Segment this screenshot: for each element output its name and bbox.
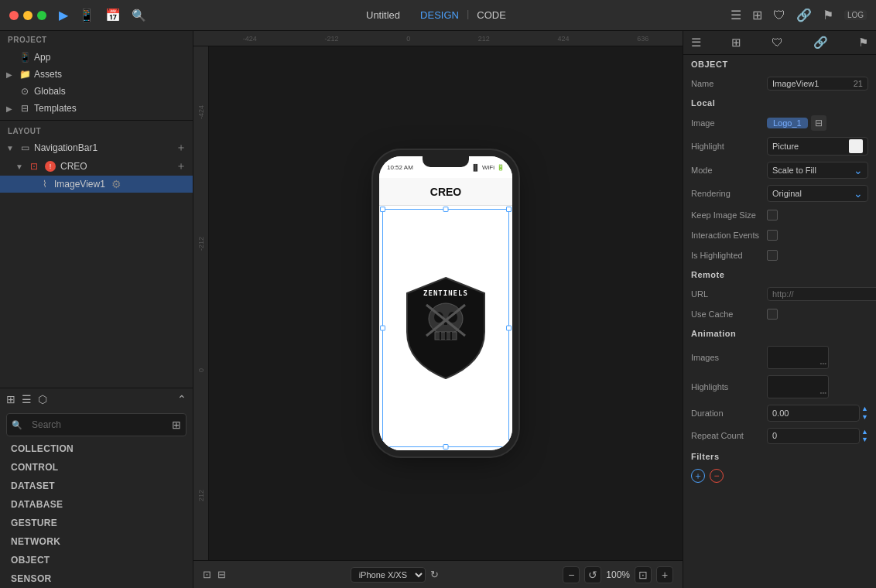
frame-icon[interactable]: ⊞	[752, 8, 762, 22]
stepper-down[interactable]: ▼	[861, 413, 868, 422]
navbar-label: NavigationBar1	[34, 142, 98, 153]
templates-icon: ⊟	[19, 102, 31, 115]
interaction-checkbox[interactable]	[767, 230, 778, 241]
cube-icon[interactable]: ⬡	[38, 393, 47, 405]
frame-resize-icon[interactable]: ⊡	[203, 569, 211, 580]
collapse-icon[interactable]: ⌃	[177, 393, 186, 405]
resize-icon[interactable]: ⊞	[731, 36, 741, 50]
layout-icon[interactable]: ⊞	[6, 393, 15, 405]
list-icon[interactable]: ☰	[731, 8, 741, 22]
highlights-thumbnail[interactable]: •••	[767, 375, 829, 398]
url-input[interactable]	[767, 287, 876, 301]
link-icon[interactable]: 🔗	[796, 8, 812, 22]
category-object[interactable]: OBJECT	[0, 551, 193, 569]
battery-icon: 🔋	[497, 164, 505, 171]
rendering-select[interactable]: Original ⌄	[767, 185, 868, 202]
highlighted-checkbox[interactable]	[767, 250, 778, 261]
image-label: Image	[691, 118, 761, 128]
sidebar-item-imageview1[interactable]: ⌇ ImageView1 ⚙	[0, 176, 193, 193]
close-button[interactable]	[9, 11, 19, 20]
category-control[interactable]: CONTROL	[0, 458, 193, 477]
flag-icon[interactable]: ⚑	[823, 8, 833, 22]
canvas-main[interactable]: 10:52 AM ▐▌ WiFi 🔋 CREO	[209, 46, 683, 560]
log-icon[interactable]: LOG	[844, 10, 867, 20]
add-filter-button[interactable]: ＋	[691, 469, 705, 483]
shield-icon[interactable]: 🛡	[773, 9, 785, 22]
svg-text:ZENTINELS: ZENTINELS	[423, 289, 468, 297]
highlight-select[interactable]: Picture	[767, 137, 868, 156]
ruler-mark: 636	[637, 35, 648, 43]
phone-image-area[interactable]: ZENTINELS	[382, 209, 509, 447]
stepper-up[interactable]: ▲	[861, 428, 868, 436]
flag-icon2[interactable]: ⚑	[858, 36, 868, 50]
highlights-row: Highlights •••	[683, 372, 876, 402]
shield-icon2[interactable]: 🛡	[772, 36, 783, 50]
category-collection[interactable]: COLLECTION	[0, 439, 193, 458]
app-icon: 📱	[19, 51, 31, 63]
category-sensor[interactable]: SENSOR	[0, 569, 193, 588]
project-section-header: PROJECT	[0, 31, 193, 49]
repeat-field[interactable]: 0	[767, 428, 860, 445]
link-icon2[interactable]: 🔗	[813, 36, 828, 50]
sidebar-item-app[interactable]: 📱 App	[0, 49, 193, 66]
image-picker-button[interactable]: ⊟	[811, 115, 826, 131]
local-section-title: Local	[683, 94, 876, 112]
sidebar-item-templates[interactable]: ▶ ⊟ Templates	[0, 100, 193, 117]
category-database[interactable]: DATABASE	[0, 495, 193, 514]
minimize-button[interactable]	[23, 11, 33, 20]
image-chip[interactable]: Logo_1	[767, 118, 808, 128]
rendering-label: Rendering	[691, 189, 761, 198]
duration-field[interactable]: 0.00	[767, 405, 860, 422]
images-thumbnail[interactable]: •••	[767, 346, 829, 369]
code-tab[interactable]: CODE	[472, 8, 511, 22]
ruler-mark: 424	[557, 35, 569, 43]
use-cache-checkbox[interactable]	[767, 309, 778, 320]
sidebar-item-assets[interactable]: ▶ 📁 Assets	[0, 66, 193, 83]
stepper-down[interactable]: ▼	[861, 436, 868, 444]
stepper-up[interactable]: ▲	[861, 405, 868, 413]
screenshot-icon[interactable]: ⊟	[217, 569, 226, 580]
grid-icon[interactable]: ⊞	[172, 419, 181, 431]
arrow-icon: ▶	[6, 70, 15, 79]
run-icon[interactable]: ▶	[59, 8, 68, 22]
sidebar-item-creo[interactable]: ▼ ⊡ ! CREO ＋	[0, 157, 193, 176]
image-chip-row: Logo_1 ⊟	[767, 115, 826, 131]
rotate-icon[interactable]: ↻	[430, 569, 439, 580]
category-dataset[interactable]: DATASET	[0, 477, 193, 495]
settings-button[interactable]: ⚙	[111, 178, 121, 190]
highlight-val: Picture	[772, 142, 799, 151]
mode-select[interactable]: Scale to Fill ⌄	[767, 162, 868, 179]
design-tab[interactable]: DESIGN	[416, 8, 464, 22]
use-cache-row: Use Cache	[683, 304, 876, 324]
add-button[interactable]: ＋	[176, 141, 186, 155]
name-value-text: ImageView1	[772, 79, 819, 88]
animation-section-title: Animation	[683, 324, 876, 343]
titlebar-icons: ☰ ⊞ 🛡 🔗 ⚑ LOG	[731, 8, 867, 22]
list-icon[interactable]: ☰	[22, 393, 32, 405]
ruler-mark: -212	[324, 35, 338, 43]
add-button[interactable]: ＋	[176, 159, 186, 173]
duration-stepper: ▲ ▼	[861, 405, 868, 422]
category-gesture[interactable]: GESTURE	[0, 514, 193, 532]
search-input[interactable]	[26, 416, 172, 433]
sidebar-item-navbar1[interactable]: ▼ ▭ NavigationBar1 ＋	[0, 138, 193, 157]
category-list: COLLECTION CONTROL DATASET DATABASE GEST…	[0, 439, 193, 588]
name-value[interactable]: ImageView1 21	[767, 77, 868, 91]
zoom-plus[interactable]: +	[656, 566, 673, 583]
device-icon[interactable]: 📱	[79, 8, 94, 22]
repeat-label: Repeat Count	[691, 431, 761, 440]
zoom-minus[interactable]: −	[563, 566, 580, 583]
zoom-fit-icon[interactable]: ⊡	[635, 566, 652, 583]
search-icon[interactable]: 🔍	[132, 9, 146, 22]
maximize-button[interactable]	[37, 11, 46, 20]
category-network[interactable]: NETWORK	[0, 532, 193, 551]
wifi-icon: WiFi	[482, 164, 494, 171]
refresh-icon[interactable]: ↺	[584, 566, 601, 583]
list-view-icon[interactable]: ☰	[691, 36, 701, 50]
phone-nav-title: CREO	[430, 186, 461, 198]
device-select[interactable]: iPhone X/XS	[351, 567, 426, 583]
sidebar-item-globals[interactable]: ⊙ Globals	[0, 83, 193, 100]
remove-filter-button[interactable]: −	[710, 469, 724, 483]
calendar-icon[interactable]: 📅	[105, 8, 121, 22]
keep-image-checkbox[interactable]	[767, 210, 778, 220]
